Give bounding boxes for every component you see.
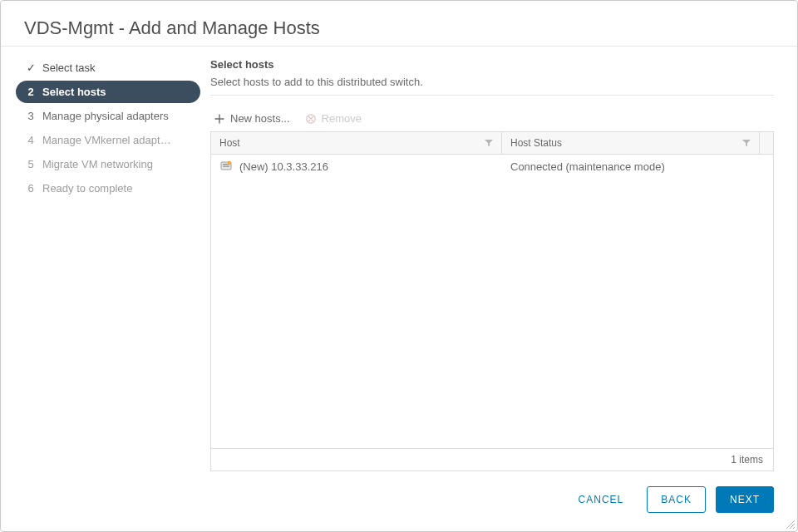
content-pane: Select hosts Select hosts to add to this… — [200, 47, 797, 471]
step-label: Migrate VM networking — [42, 158, 153, 170]
step-label: Select task — [42, 62, 96, 74]
svg-rect-3 — [223, 166, 229, 167]
wizard-step-3: 3Manage physical adapters — [16, 105, 200, 127]
cell-status-text: Connected (maintenance mode) — [510, 160, 665, 173]
host-icon: ! — [219, 160, 233, 173]
content-description: Select hosts to add to this distributed … — [210, 76, 774, 96]
step-number: 4 — [26, 134, 36, 146]
wizard-step-1[interactable]: ✓Select task — [16, 57, 200, 79]
cell-host: !(New) 10.3.33.216 — [211, 155, 502, 178]
column-header-host[interactable]: Host — [211, 132, 502, 154]
column-header-host-label: Host — [219, 137, 240, 149]
column-header-status-label: Host Status — [510, 137, 562, 149]
plus-icon — [214, 113, 225, 125]
cell-status: Connected (maintenance mode) — [502, 155, 773, 178]
dialog-footer: CANCEL BACK NEXT — [1, 471, 797, 531]
wizard-step-6: 6Ready to complete — [16, 177, 200, 200]
content-heading: Select hosts — [210, 58, 774, 71]
step-number: 2 — [26, 86, 36, 98]
new-hosts-button[interactable]: New hosts... — [214, 112, 290, 125]
wizard-step-2[interactable]: 2Select hosts — [16, 81, 200, 103]
step-label: Manage physical adapters — [42, 110, 169, 122]
cell-host-text: (New) 10.3.33.216 — [239, 160, 328, 173]
grid-body[interactable]: !(New) 10.3.33.216Connected (maintenance… — [211, 155, 773, 448]
check-icon: ✓ — [26, 62, 36, 74]
remove-button: Remove — [305, 112, 362, 125]
column-header-status[interactable]: Host Status — [502, 132, 760, 154]
grid-toolbar: New hosts... Remove — [210, 102, 774, 131]
table-row[interactable]: !(New) 10.3.33.216Connected (maintenance… — [211, 155, 773, 179]
grid-footer: 1 items — [211, 448, 773, 470]
remove-icon — [305, 113, 317, 125]
hosts-grid: Host Host Status !(New) 10.3.33.21 — [210, 131, 774, 471]
step-label: Manage VMkernel adapt… — [42, 134, 171, 146]
step-label: Ready to complete — [42, 182, 132, 195]
dialog-title: VDS-Mgmt - Add and Manage Hosts — [1, 1, 797, 47]
step-number: 5 — [26, 158, 36, 170]
next-button[interactable]: NEXT — [716, 486, 774, 513]
svg-text:!: ! — [229, 162, 230, 165]
step-number: 6 — [26, 182, 36, 195]
new-hosts-label: New hosts... — [230, 112, 290, 125]
remove-label: Remove — [322, 112, 362, 125]
wizard-step-5: 5Migrate VM networking — [16, 153, 200, 175]
step-label: Select hosts — [42, 86, 106, 98]
back-button[interactable]: BACK — [647, 486, 706, 513]
wizard-step-4: 4Manage VMkernel adapt… — [16, 129, 200, 151]
cancel-button[interactable]: CANCEL — [565, 487, 638, 512]
filter-icon[interactable] — [742, 139, 751, 147]
wizard-nav: ✓Select task2Select hosts3Manage physica… — [1, 47, 200, 471]
scroll-spacer — [760, 132, 773, 154]
wizard-dialog: VDS-Mgmt - Add and Manage Hosts ✓Select … — [0, 0, 798, 532]
step-number: 3 — [26, 110, 36, 122]
filter-icon[interactable] — [485, 139, 493, 147]
dialog-body: ✓Select task2Select hosts3Manage physica… — [1, 47, 797, 471]
grid-header: Host Host Status — [211, 132, 773, 155]
